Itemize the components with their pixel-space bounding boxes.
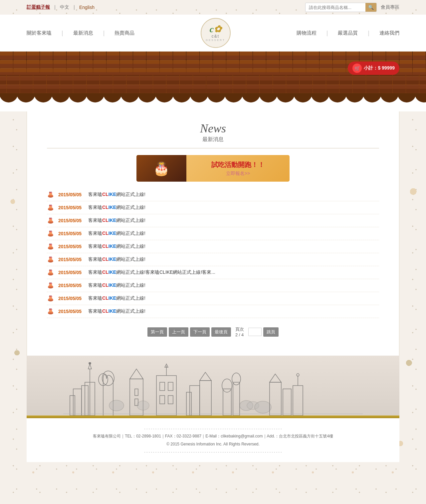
- order-cakes-link[interactable]: 訂蛋糕子報: [27, 4, 50, 10]
- nav-wrapper: 關於客來嗑 | 最新消息 | 熱賣商品 c✿ c&t DESSERT 購物流程 …: [27, 15, 399, 51]
- news-date: 2015/05/05: [58, 283, 82, 288]
- nav-sep-1: |: [62, 30, 63, 37]
- nav-left: 關於客來嗑 | 最新消息 | 熱賣商品: [27, 23, 134, 43]
- news-date: 2015/05/05: [58, 231, 82, 236]
- svg-rect-102: [186, 392, 191, 416]
- top-bar: 訂蛋糕子報 ｜ 中文 ｜ English 🔍 會員專區: [0, 0, 426, 15]
- nav-news[interactable]: 最新消息: [73, 23, 93, 43]
- footer-gold-bar: [27, 416, 399, 418]
- news-item[interactable]: 2015/05/05 客來嗑CLIKE網站正式上線!客來嗑CLIKE網站正式上線…: [47, 266, 379, 279]
- svg-rect-16: [50, 192, 50, 193]
- logo-area: c✿ c&t DESSERT: [201, 15, 231, 51]
- top-left-links: 訂蛋糕子報 ｜ 中文 ｜ English: [27, 4, 95, 10]
- svg-marker-83: [88, 364, 92, 369]
- news-item[interactable]: 2015/05/05 客來嗑CLIKE網站正式上線!: [47, 279, 379, 292]
- main-header: 關於客來嗑 | 最新消息 | 熱賣商品 c✿ c&t DESSERT 購物流程 …: [0, 15, 426, 52]
- news-item[interactable]: 2015/05/05 客來嗑CLIKE網站正式上線!: [47, 214, 379, 227]
- svg-rect-79: [50, 308, 50, 310]
- logo-circle[interactable]: c✿ c&t DESSERT: [201, 18, 231, 48]
- news-item[interactable]: 2015/05/05 客來嗑CLIKE網站正式上線!: [47, 240, 379, 253]
- svg-rect-96: [168, 382, 173, 391]
- svg-point-113: [137, 401, 149, 410]
- nav-about[interactable]: 關於客來嗑: [27, 23, 52, 43]
- cupcake-icon: [47, 269, 54, 276]
- news-date: 2015/05/05: [58, 244, 82, 249]
- nav-sep-2: |: [103, 30, 105, 37]
- prev-page-button[interactable]: 上一頁: [169, 327, 188, 337]
- svg-rect-45: [51, 244, 52, 245]
- svg-rect-30: [50, 218, 50, 219]
- cupcake-icon: [47, 256, 54, 263]
- news-item[interactable]: 2015/05/05 客來嗑CLIKE網站正式上線!: [47, 201, 379, 214]
- member-area-link[interactable]: 會員專區: [381, 4, 399, 10]
- svg-rect-24: [51, 205, 52, 206]
- news-text: 客來嗑CLIKE網站正式上線!: [88, 231, 145, 237]
- news-item[interactable]: 2015/05/05 客來嗑CLIKE網站正式上線!: [47, 227, 379, 240]
- svg-rect-17: [51, 192, 52, 193]
- svg-rect-72: [50, 295, 50, 297]
- nav-quality[interactable]: 嚴選品質: [338, 23, 358, 43]
- svg-rect-80: [51, 308, 52, 310]
- svg-rect-98: [168, 396, 173, 404]
- cupcake-icon: [47, 243, 54, 250]
- svg-rect-59: [51, 269, 52, 271]
- nav-products[interactable]: 熱賣商品: [114, 23, 134, 43]
- city-skyline-svg: [27, 362, 399, 416]
- cupcake-icon: [47, 191, 54, 198]
- svg-rect-94: [156, 376, 176, 416]
- svg-rect-107: [233, 382, 240, 416]
- svg-rect-95: [160, 382, 165, 391]
- news-text: 客來嗑CLIKE網站正式上線!: [88, 282, 145, 288]
- svg-rect-103: [200, 381, 211, 416]
- svg-rect-23: [50, 205, 50, 206]
- news-date: 2015/05/05: [58, 270, 82, 275]
- nav-shopping[interactable]: 購物流程: [297, 23, 317, 43]
- cupcake-icon: [47, 217, 54, 224]
- banner-image-side: 🎂: [136, 155, 186, 182]
- cupcake-icon: [47, 295, 54, 302]
- pagination: 第一頁 上一頁 下一頁 最後頁 頁次 2 / 4 跳頁: [47, 326, 379, 337]
- banner-sub-text[interactable]: 立即報名>>: [191, 171, 285, 177]
- search-input[interactable]: [306, 4, 365, 11]
- news-item[interactable]: 2015/05/05 客來嗑CLIKE網站正式上線!: [47, 253, 379, 266]
- cart-bubble[interactable]: 🛒 小計：$ 99999: [348, 62, 399, 75]
- news-date: 2015/05/05: [58, 257, 82, 262]
- news-text: 客來嗑CLIKE網站正式上線!: [88, 218, 145, 224]
- news-item[interactable]: 2015/05/05 客來嗑CLIKE網站正式上線!: [47, 292, 379, 305]
- promo-banner[interactable]: 🎂 試吃活動開跑！！ 立即報名>>: [136, 155, 290, 182]
- svg-point-106: [222, 379, 232, 392]
- footer-text-area: - - - - - - - - - - - - - - - - - - - - …: [27, 418, 399, 462]
- svg-rect-85: [73, 389, 82, 416]
- svg-point-108: [232, 373, 241, 385]
- footer-contact-line: 客來嗑有限公司｜TEL：02-2898-1801｜FAX：02-3322-988…: [33, 432, 393, 440]
- news-title-chinese: 最新消息: [47, 136, 379, 143]
- nav-contact[interactable]: 連絡我們: [379, 23, 399, 43]
- svg-rect-92: [135, 389, 138, 396]
- nav-right: 購物流程 | 嚴選品質 | 連絡我們: [297, 23, 399, 43]
- footer-dashes-bottom: - - - - - - - - - - - - - - - - - - - - …: [33, 448, 393, 455]
- lang-english-link[interactable]: English: [79, 5, 95, 10]
- news-item[interactable]: 2015/05/05 客來嗑CLIKE網站正式上線!: [47, 305, 379, 318]
- next-page-button[interactable]: 下一頁: [190, 327, 210, 337]
- svg-rect-116: [283, 389, 291, 416]
- news-text: 客來嗑CLIKE網站正式上線!: [88, 256, 145, 262]
- svg-marker-104: [200, 372, 211, 381]
- first-page-button[interactable]: 第一頁: [147, 327, 167, 337]
- svg-rect-114: [270, 382, 281, 416]
- news-text: 客來嗑CLIKE網站正式上線!: [88, 205, 145, 211]
- news-text: 客來嗑CLIKE網站正式上線!: [88, 308, 145, 314]
- footer-copyright: © 2015 Genesis Infomation Inc. All Right…: [33, 440, 393, 448]
- last-page-button[interactable]: 最後頁: [211, 327, 231, 337]
- search-button[interactable]: 🔍: [365, 3, 376, 12]
- news-date: 2015/05/05: [58, 218, 82, 223]
- svg-rect-58: [50, 269, 50, 271]
- svg-rect-105: [223, 389, 231, 416]
- news-date: 2015/05/05: [58, 205, 82, 210]
- nav-sep-3: |: [326, 30, 328, 37]
- search-box: 🔍: [305, 3, 377, 12]
- page-jump-input[interactable]: [248, 328, 262, 336]
- news-item[interactable]: 2015/05/05 客來嗑CLIKE網站正式上線!: [47, 188, 379, 201]
- news-text: 客來嗑CLIKE網站正式上線!: [88, 192, 145, 198]
- go-page-button[interactable]: 跳頁: [263, 327, 279, 337]
- lang-chinese-link[interactable]: 中文: [60, 4, 69, 10]
